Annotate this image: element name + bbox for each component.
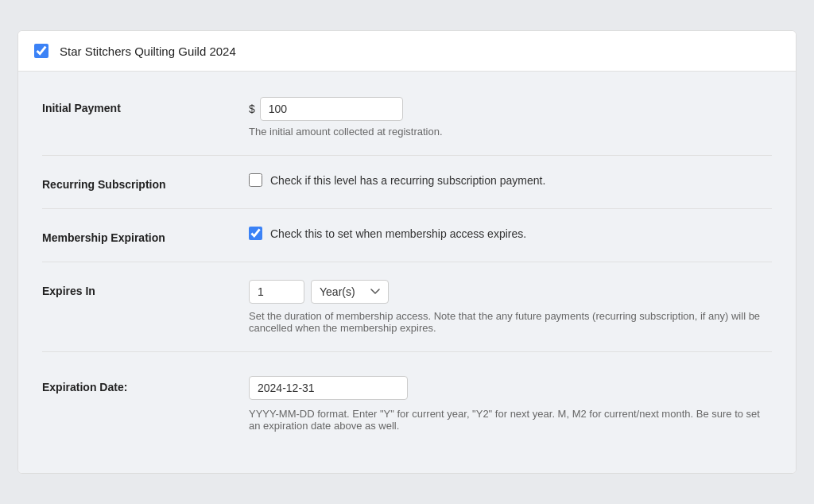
expires-in-control: Day(s) Week(s) Month(s) Year(s) Set the … bbox=[249, 280, 772, 334]
recurring-subscription-checkbox[interactable] bbox=[249, 173, 262, 187]
initial-payment-row: Initial Payment $ The initial amount col… bbox=[42, 79, 772, 156]
form-content: Initial Payment $ The initial amount col… bbox=[18, 72, 796, 473]
initial-payment-hint: The initial amount collected at registra… bbox=[249, 126, 772, 138]
membership-expiration-checkbox-label: Check this to set when membership access… bbox=[270, 227, 526, 240]
initial-payment-input[interactable] bbox=[260, 97, 403, 121]
membership-expiration-checkbox[interactable] bbox=[249, 227, 262, 240]
recurring-subscription-control: Check if this level has a recurring subs… bbox=[249, 173, 772, 187]
recurring-subscription-row: Recurring Subscription Check if this lev… bbox=[42, 156, 772, 209]
expires-in-label: Expires In bbox=[42, 280, 249, 297]
initial-payment-label: Initial Payment bbox=[42, 97, 249, 114]
header-row: Star Stitchers Quilting Guild 2024 bbox=[18, 31, 796, 72]
recurring-subscription-label: Recurring Subscription bbox=[42, 173, 249, 191]
expires-in-hint: Set the duration of membership access. N… bbox=[249, 310, 772, 334]
recurring-subscription-checkbox-row: Check if this level has a recurring subs… bbox=[249, 173, 772, 187]
expiration-date-label: Expiration Date: bbox=[42, 376, 249, 394]
expires-in-controls: Day(s) Week(s) Month(s) Year(s) bbox=[249, 280, 772, 304]
header-title: Star Stitchers Quilting Guild 2024 bbox=[60, 45, 236, 58]
membership-level-card: Star Stitchers Quilting Guild 2024 Initi… bbox=[17, 30, 797, 474]
membership-expiration-checkbox-row: Check this to set when membership access… bbox=[249, 227, 772, 240]
header-checkbox[interactable] bbox=[34, 44, 48, 58]
expiration-date-row: Expiration Date: YYYY-MM-DD format. Ente… bbox=[42, 352, 772, 449]
expires-in-number-input[interactable] bbox=[249, 280, 304, 304]
expiration-date-input[interactable] bbox=[249, 376, 408, 400]
initial-payment-input-wrapper: $ bbox=[249, 97, 772, 121]
membership-expiration-label: Membership Expiration bbox=[42, 227, 249, 244]
expiration-date-control: YYYY-MM-DD format. Enter "Y" for current… bbox=[249, 376, 772, 432]
currency-symbol: $ bbox=[249, 103, 255, 115]
expires-in-row: Expires In Day(s) Week(s) Month(s) Year(… bbox=[42, 262, 772, 352]
expires-in-select[interactable]: Day(s) Week(s) Month(s) Year(s) bbox=[311, 280, 389, 304]
membership-expiration-row: Membership Expiration Check this to set … bbox=[42, 209, 772, 262]
membership-expiration-control: Check this to set when membership access… bbox=[249, 227, 772, 240]
expiration-date-hint: YYYY-MM-DD format. Enter "Y" for current… bbox=[249, 408, 772, 432]
recurring-subscription-checkbox-label: Check if this level has a recurring subs… bbox=[270, 174, 545, 187]
initial-payment-control: $ The initial amount collected at regist… bbox=[249, 97, 772, 138]
